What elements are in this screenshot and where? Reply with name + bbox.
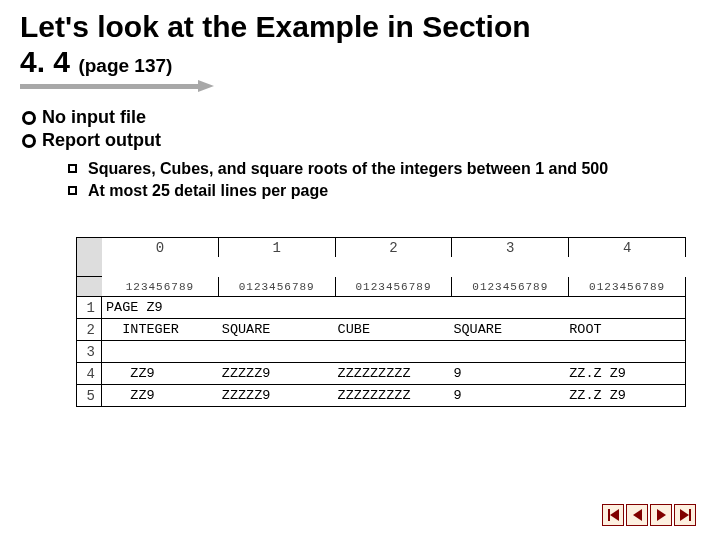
layout-row-cells — [102, 341, 686, 363]
layout-cell: ZZZZZZZZZ — [338, 385, 454, 406]
layout-cell: ZZ.Z Z9 — [569, 385, 685, 406]
sub-bullet-list: Squares, Cubes, and square roots of the … — [68, 159, 700, 201]
ring-bullet-icon — [22, 111, 36, 125]
layout-cell: ROOT — [569, 319, 685, 340]
layout-cell — [338, 341, 454, 362]
triangle-right-icon — [657, 509, 666, 521]
row-gutter-header — [76, 277, 102, 297]
layout-cell — [453, 297, 569, 318]
col-group-label: 1 — [219, 237, 336, 257]
row-number: 4 — [76, 363, 102, 385]
bullet-level1-item: Report output — [22, 130, 700, 151]
row-number: 2 — [76, 319, 102, 341]
bullet-level2-item: At most 25 detail lines per page — [68, 181, 700, 201]
col-digit-ruler: 123456789 — [102, 277, 219, 297]
col-group-label: 2 — [336, 237, 453, 257]
title-line-2: 4. 4 (page 137) — [20, 45, 700, 80]
print-layout-chart: 0 1 2 3 4 123456789 0123456789 012345678… — [76, 237, 686, 407]
col-group-label: 3 — [452, 237, 569, 257]
title-section-number: 4. 4 — [20, 45, 70, 78]
ring-bullet-icon — [22, 134, 36, 148]
title-line-1: Let's look at the Example in Section — [20, 10, 700, 45]
layout-cell: ZZZZZ9 — [222, 385, 338, 406]
row-number: 5 — [76, 385, 102, 407]
col-digit-ruler: 0123456789 — [569, 277, 686, 297]
layout-cell — [222, 341, 338, 362]
layout-cell: 9 — [453, 363, 569, 384]
nav-next-button[interactable] — [650, 504, 672, 526]
col-group-label: 0 — [102, 237, 219, 257]
layout-cell: INTEGER — [106, 319, 222, 340]
bullet-text: No input file — [42, 107, 146, 128]
bullet-list: No input file Report output Squares, Cub… — [22, 107, 700, 201]
slide-title: Let's look at the Example in Section 4. … — [20, 10, 700, 93]
layout-cell: ZZ.Z Z9 — [569, 363, 685, 384]
triangle-left-icon — [633, 509, 642, 521]
bullet-level1-item: No input file — [22, 107, 700, 128]
layout-row: 2 INTEGER SQUARE CUBE SQUARE ROOT — [76, 319, 686, 341]
layout-row-cells: INTEGER SQUARE CUBE SQUARE ROOT — [102, 319, 686, 341]
bullet-text: Squares, Cubes, and square roots of the … — [88, 159, 608, 179]
triangle-left-icon — [610, 509, 619, 521]
layout-cell — [222, 297, 338, 318]
layout-row: 3 — [76, 341, 686, 363]
row-gutter-header — [76, 237, 102, 277]
row-number: 1 — [76, 297, 102, 319]
row-number: 3 — [76, 341, 102, 363]
nav-prev-button[interactable] — [626, 504, 648, 526]
col-digit-ruler: 0123456789 — [452, 277, 569, 297]
layout-row-cells: ZZ9 ZZZZZ9 ZZZZZZZZZ 9 ZZ.Z Z9 — [102, 385, 686, 407]
title-page-ref: (page 137) — [78, 55, 172, 76]
slide: Let's look at the Example in Section 4. … — [0, 0, 720, 407]
layout-cell — [338, 297, 454, 318]
layout-cell: ZZ9 — [106, 363, 222, 384]
layout-cell: SQUARE — [453, 319, 569, 340]
nav-first-button[interactable] — [602, 504, 624, 526]
bullet-level2-item: Squares, Cubes, and square roots of the … — [68, 159, 700, 179]
layout-cell — [569, 341, 685, 362]
layout-cell: ZZZZZZZZZ — [338, 363, 454, 384]
layout-row-cells: ZZ9 ZZZZZ9 ZZZZZZZZZ 9 ZZ.Z Z9 — [102, 363, 686, 385]
title-underline-arrow-icon — [20, 81, 220, 93]
layout-row-cells: PAGE Z9 — [102, 297, 686, 319]
col-digit-ruler: 0123456789 — [219, 277, 336, 297]
column-digit-ruler-row: 123456789 0123456789 0123456789 01234567… — [76, 277, 686, 297]
layout-cell: ZZZZZ9 — [222, 363, 338, 384]
layout-cell — [106, 341, 222, 362]
layout-row: 1 PAGE Z9 — [76, 297, 686, 319]
nav-last-button[interactable] — [674, 504, 696, 526]
layout-cell — [569, 297, 685, 318]
column-group-header-row: 0 1 2 3 4 — [76, 237, 686, 277]
bullet-text: At most 25 detail lines per page — [88, 181, 328, 201]
col-group-label: 4 — [569, 237, 686, 257]
layout-cell — [453, 341, 569, 362]
square-bullet-icon — [68, 186, 78, 196]
bullet-text: Report output — [42, 130, 161, 151]
layout-cell: SQUARE — [222, 319, 338, 340]
layout-cell: 9 — [453, 385, 569, 406]
layout-row: 4 ZZ9 ZZZZZ9 ZZZZZZZZZ 9 ZZ.Z Z9 — [76, 363, 686, 385]
square-bullet-icon — [68, 164, 78, 174]
layout-row: 5 ZZ9 ZZZZZ9 ZZZZZZZZZ 9 ZZ.Z Z9 — [76, 385, 686, 407]
layout-cell: CUBE — [338, 319, 454, 340]
layout-cell: ZZ9 — [106, 385, 222, 406]
col-digit-ruler: 0123456789 — [336, 277, 453, 297]
slide-nav — [602, 504, 696, 526]
layout-cell: PAGE Z9 — [106, 297, 222, 318]
bar-icon — [689, 509, 691, 521]
triangle-right-icon — [680, 509, 689, 521]
